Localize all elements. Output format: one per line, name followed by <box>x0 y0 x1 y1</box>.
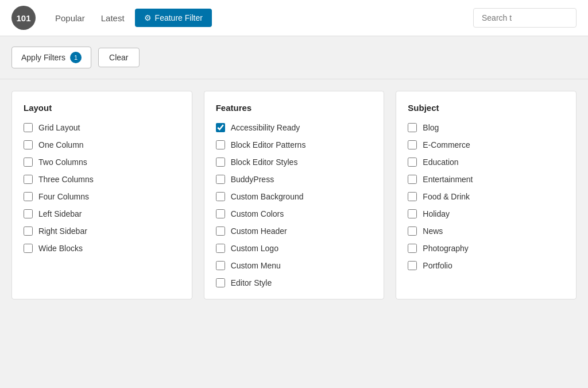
top-bar: 101 Popular Latest ⚙ Feature Filter <box>0 0 588 36</box>
list-item[interactable]: Right Sidebar <box>24 226 180 236</box>
list-item[interactable]: Block Editor Patterns <box>216 140 373 149</box>
list-item[interactable]: Blog <box>408 123 564 132</box>
layout-label-1: One Column <box>38 140 84 149</box>
apply-filters-label: Apply Filters <box>21 53 65 62</box>
subject-label-3: Entertainment <box>423 175 473 184</box>
list-item[interactable]: BuddyPress <box>216 175 373 184</box>
list-item[interactable]: Four Columns <box>24 192 180 201</box>
list-item[interactable]: News <box>408 226 564 236</box>
clear-label: Clear <box>109 53 128 62</box>
subject-checkbox-8[interactable] <box>408 261 417 270</box>
subject-label-2: Education <box>423 157 458 167</box>
list-item[interactable]: Holiday <box>408 209 564 218</box>
layout-checkbox-3[interactable] <box>24 175 33 184</box>
list-item[interactable]: Education <box>408 157 564 167</box>
layout-label-2: Two Columns <box>38 157 87 167</box>
features-label-8: Custom Menu <box>231 261 281 270</box>
features-checkbox-3[interactable] <box>216 175 225 184</box>
list-item[interactable]: Custom Background <box>216 192 373 201</box>
subject-items: BlogE-CommerceEducationEntertainmentFood… <box>408 123 564 270</box>
features-card: Features Accessibility ReadyBlock Editor… <box>204 91 385 299</box>
list-item[interactable]: Three Columns <box>24 175 180 184</box>
features-checkbox-7[interactable] <box>216 244 225 253</box>
subject-label-6: News <box>423 226 443 236</box>
list-item[interactable]: One Column <box>24 140 180 149</box>
subject-label-8: Portfolio <box>423 261 452 270</box>
layout-checkbox-0[interactable] <box>24 123 33 132</box>
apply-filters-button[interactable]: Apply Filters 1 <box>11 47 91 68</box>
filter-bar: Apply Filters 1 Clear <box>0 36 588 79</box>
features-label-7: Custom Logo <box>231 244 278 253</box>
subject-heading: Subject <box>408 103 564 113</box>
subject-checkbox-3[interactable] <box>408 175 417 184</box>
layout-checkbox-5[interactable] <box>24 209 33 218</box>
list-item[interactable]: Food & Drink <box>408 192 564 201</box>
list-item[interactable]: Two Columns <box>24 157 180 167</box>
subject-checkbox-4[interactable] <box>408 192 417 201</box>
feature-filter-button[interactable]: ⚙ Feature Filter <box>135 9 212 27</box>
list-item[interactable]: Block Editor Styles <box>216 157 373 167</box>
list-item[interactable]: Grid Layout <box>24 123 180 132</box>
layout-items: Grid LayoutOne ColumnTwo ColumnsThree Co… <box>24 123 180 253</box>
list-item[interactable]: Entertainment <box>408 175 564 184</box>
features-checkbox-5[interactable] <box>216 209 225 218</box>
features-label-9: Editor Style <box>231 278 272 287</box>
list-item[interactable]: Photography <box>408 244 564 253</box>
main-content: Layout Grid LayoutOne ColumnTwo ColumnsT… <box>0 79 588 311</box>
subject-label-0: Blog <box>423 123 439 132</box>
count-badge: 101 <box>11 6 36 30</box>
features-checkbox-0[interactable] <box>216 123 225 132</box>
list-item[interactable]: Left Sidebar <box>24 209 180 218</box>
subject-checkbox-2[interactable] <box>408 157 417 167</box>
features-checkbox-2[interactable] <box>216 157 225 167</box>
subject-checkbox-6[interactable] <box>408 226 417 236</box>
clear-button[interactable]: Clear <box>98 48 139 67</box>
features-label-5: Custom Colors <box>231 209 284 218</box>
list-item[interactable]: E-Commerce <box>408 140 564 149</box>
subject-label-4: Food & Drink <box>423 192 470 201</box>
list-item[interactable]: Accessibility Ready <box>216 123 373 132</box>
layout-heading: Layout <box>24 103 180 113</box>
subject-label-7: Photography <box>423 244 468 253</box>
list-item[interactable]: Custom Logo <box>216 244 373 253</box>
layout-label-0: Grid Layout <box>38 123 80 132</box>
features-label-4: Custom Background <box>231 192 304 201</box>
feature-filter-label: Feature Filter <box>155 13 203 22</box>
subject-label-1: E-Commerce <box>423 140 470 149</box>
list-item[interactable]: Wide Blocks <box>24 244 180 253</box>
features-label-1: Block Editor Patterns <box>231 140 306 149</box>
features-checkbox-6[interactable] <box>216 226 225 236</box>
features-items: Accessibility ReadyBlock Editor Patterns… <box>216 123 373 287</box>
latest-nav[interactable]: Latest <box>93 0 133 36</box>
subject-checkbox-1[interactable] <box>408 140 417 149</box>
popular-nav[interactable]: Popular <box>47 0 93 36</box>
layout-label-4: Four Columns <box>38 192 89 201</box>
layout-checkbox-6[interactable] <box>24 226 33 236</box>
list-item[interactable]: Custom Header <box>216 226 373 236</box>
layout-checkbox-7[interactable] <box>24 244 33 253</box>
layout-checkbox-1[interactable] <box>24 140 33 149</box>
features-checkbox-4[interactable] <box>216 192 225 201</box>
features-label-0: Accessibility Ready <box>231 123 300 132</box>
subject-checkbox-7[interactable] <box>408 244 417 253</box>
features-checkbox-1[interactable] <box>216 140 225 149</box>
list-item[interactable]: Portfolio <box>408 261 564 270</box>
list-item[interactable]: Custom Colors <box>216 209 373 218</box>
search-input[interactable] <box>473 8 577 28</box>
subject-checkbox-0[interactable] <box>408 123 417 132</box>
features-label-6: Custom Header <box>231 226 287 236</box>
layout-checkbox-2[interactable] <box>24 157 33 167</box>
features-label-3: BuddyPress <box>231 175 274 184</box>
popular-label: Popular <box>55 13 85 23</box>
features-checkbox-9[interactable] <box>216 278 225 287</box>
features-checkbox-8[interactable] <box>216 261 225 270</box>
layout-checkbox-4[interactable] <box>24 192 33 201</box>
gear-icon: ⚙ <box>144 13 152 22</box>
layout-label-7: Wide Blocks <box>38 244 83 253</box>
features-heading: Features <box>216 103 373 113</box>
count-label: 101 <box>16 13 30 23</box>
list-item[interactable]: Editor Style <box>216 278 373 287</box>
list-item[interactable]: Custom Menu <box>216 261 373 270</box>
layout-label-3: Three Columns <box>38 175 94 184</box>
subject-checkbox-5[interactable] <box>408 209 417 218</box>
